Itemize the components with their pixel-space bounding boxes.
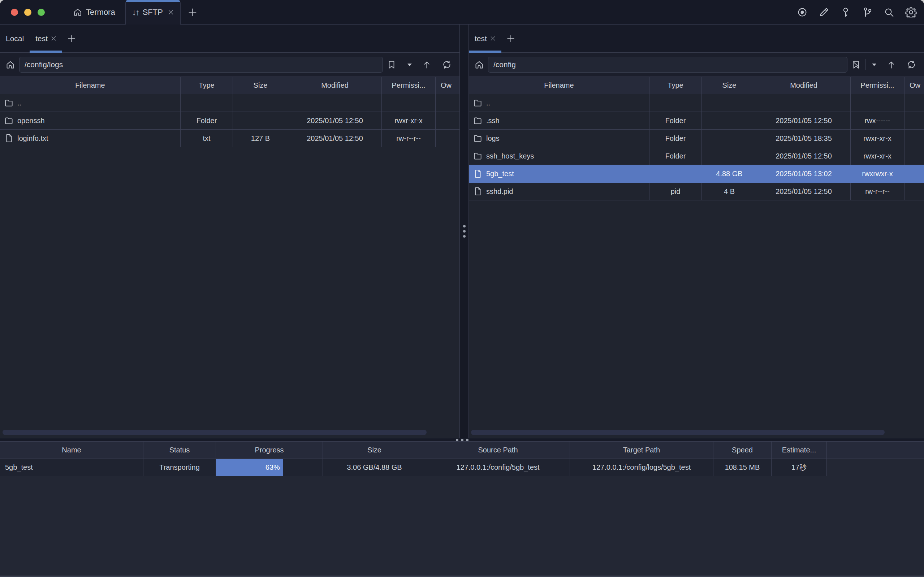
tab-test-left[interactable]: test: [30, 24, 62, 52]
bookmark-dropdown-icon[interactable]: [869, 63, 879, 67]
progress-label: 63%: [266, 463, 280, 472]
folder-icon: [4, 98, 14, 108]
app-window: Termora ↓↑ SFTP: [0, 0, 924, 577]
cell-modified: 2025/01/05 18:35: [757, 130, 851, 147]
tab-local[interactable]: Local: [0, 24, 30, 52]
column-header-modified[interactable]: Modified: [288, 77, 382, 94]
minimize-window-button[interactable]: [24, 9, 31, 16]
edit-icon[interactable]: [817, 5, 831, 19]
filename-label: loginfo.txt: [17, 134, 48, 143]
file-row[interactable]: ssh_host_keysFolder2025/01/05 12:50rwxr-…: [469, 147, 924, 165]
home-icon: [73, 8, 82, 17]
file-row[interactable]: loginfo.txttxt127 B2025/01/05 12:50rw-r-…: [0, 130, 460, 147]
column-header-target-path[interactable]: Target Path: [570, 441, 713, 459]
file-row[interactable]: ..: [469, 94, 924, 112]
bookmark-icon[interactable]: [386, 59, 397, 71]
column-header-filename[interactable]: Filename: [0, 77, 181, 94]
file-icon: [4, 134, 14, 143]
zoom-window-button[interactable]: [37, 9, 45, 16]
home-icon[interactable]: [4, 59, 16, 71]
search-icon[interactable]: [882, 5, 896, 19]
cell-size: 4 B: [702, 183, 757, 200]
branch-icon[interactable]: [860, 5, 874, 19]
file-row[interactable]: opensshFolder2025/01/05 12:50rwxr-xr-x: [0, 112, 460, 130]
cell-size: [702, 130, 757, 147]
sftp-tab-label: SFTP: [143, 8, 163, 17]
close-tab-icon[interactable]: [51, 36, 56, 41]
filename-label: ..: [486, 99, 490, 107]
file-row[interactable]: logsFolder2025/01/05 18:35rwxr-xr-x: [469, 130, 924, 147]
file-icon: [473, 187, 482, 196]
right-pane: test: [469, 24, 924, 438]
cell-permissions: rw-r--r--: [382, 130, 435, 147]
settings-icon[interactable]: [904, 5, 918, 19]
new-pane-tab-button[interactable]: [502, 24, 520, 52]
tab-test-right[interactable]: test: [469, 24, 502, 52]
close-tab-icon[interactable]: [490, 36, 496, 41]
refresh-icon[interactable]: [905, 58, 918, 71]
record-icon[interactable]: [795, 5, 809, 19]
transfer-row-filler: [827, 459, 924, 476]
column-header-filename[interactable]: Filename: [469, 77, 650, 94]
cell-type: [650, 94, 702, 112]
column-header-status[interactable]: Status: [144, 441, 216, 459]
cell-type: Folder: [650, 130, 702, 147]
column-header-ow[interactable]: Ow: [435, 77, 460, 94]
path-input[interactable]: [488, 57, 847, 73]
cell-permissions: rwxrwxr-x: [851, 165, 905, 183]
column-header-modified[interactable]: Modified: [757, 77, 851, 94]
column-header-permissi[interactable]: Permissi...: [851, 77, 905, 94]
new-pane-tab-button[interactable]: [62, 24, 81, 52]
transfer-panel-splitter[interactable]: [0, 438, 924, 441]
tab-sftp[interactable]: ↓↑ SFTP: [125, 0, 181, 24]
new-window-tab-button[interactable]: [181, 0, 205, 24]
column-header-name[interactable]: Name: [0, 441, 144, 459]
column-header-type[interactable]: Type: [181, 77, 233, 94]
column-header-ow[interactable]: Ow: [905, 77, 924, 94]
parent-directory-icon[interactable]: [885, 59, 897, 71]
column-header-estimate[interactable]: Estimate...: [772, 441, 827, 459]
column-header-size[interactable]: Size: [702, 77, 757, 94]
cell-owner: [435, 112, 460, 130]
column-header-size[interactable]: Size: [323, 441, 426, 459]
parent-directory-icon[interactable]: [421, 59, 433, 71]
transfer-arrows-icon: ↓↑: [132, 8, 139, 17]
titlebar: Termora ↓↑ SFTP: [0, 0, 924, 24]
column-header-filler: [827, 441, 924, 459]
bookmark-remove-icon[interactable]: [850, 59, 862, 71]
cell-size: [702, 147, 757, 165]
file-row[interactable]: ..: [0, 94, 460, 112]
bookmark-dropdown-icon[interactable]: [405, 63, 414, 67]
column-header-source-path[interactable]: Source Path: [426, 441, 570, 459]
column-header-size[interactable]: Size: [233, 77, 288, 94]
column-header-type[interactable]: Type: [650, 77, 702, 94]
cell-owner: [435, 130, 460, 147]
cell-type: [650, 165, 702, 183]
horizontal-scrollbar[interactable]: [471, 430, 885, 435]
home-icon[interactable]: [473, 59, 485, 71]
pane-splitter[interactable]: [460, 24, 469, 438]
progress-bar: 63%: [216, 459, 283, 476]
refresh-icon[interactable]: [441, 58, 453, 71]
column-header-speed[interactable]: Speed: [713, 441, 772, 459]
left-pathbar: [0, 53, 460, 77]
left-pane: Local test: [0, 24, 460, 438]
column-header-permissi[interactable]: Permissi...: [382, 77, 435, 94]
path-input[interactable]: [19, 57, 383, 73]
cell-size: [233, 94, 288, 112]
transfer-row[interactable]: 5gb_test Transporting 63% 3.06 GB/4.88 G…: [0, 459, 924, 476]
key-icon[interactable]: [839, 5, 853, 19]
file-row[interactable]: .sshFolder2025/01/05 12:50rwx------: [469, 112, 924, 130]
cell-type: txt: [181, 130, 233, 147]
file-row[interactable]: sshd.pidpid4 B2025/01/05 12:50rw-r--r--: [469, 183, 924, 200]
transfer-source-path: 127.0.0.1:/config/5gb_test: [426, 459, 570, 476]
file-row[interactable]: 5gb_test4.88 GB2025/01/05 13:02rwxrwxr-x: [469, 165, 924, 183]
close-window-button[interactable]: [11, 9, 18, 16]
transfer-size: 3.06 GB/4.88 GB: [323, 459, 426, 476]
app-tab-termora[interactable]: Termora: [65, 0, 123, 24]
filename-label: openssh: [17, 117, 45, 125]
close-tab-icon[interactable]: [168, 10, 174, 15]
column-header-progress[interactable]: Progress: [216, 441, 323, 459]
horizontal-scrollbar[interactable]: [3, 430, 427, 435]
cell-filename: loginfo.txt: [0, 130, 181, 147]
